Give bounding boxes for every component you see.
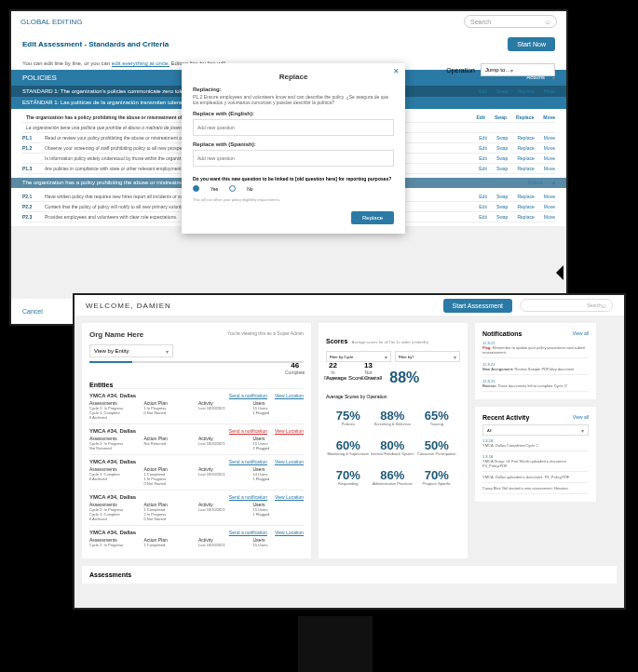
activity-item: 1.3.18YMCA, Dallas Completed Cycle 2 (482, 436, 589, 451)
view-location-link[interactable]: View Location (275, 428, 304, 434)
score-cell: 50% Consumer Participation (414, 433, 459, 463)
score-cell: 75% Policies (326, 403, 371, 433)
replace-modal: ✕ Replace Replacing: P1.2 Ensure employe… (182, 63, 405, 234)
jump-section: Operation Jump to…▾ (446, 63, 555, 76)
send-notification-link[interactable]: Send a notification (229, 393, 267, 398)
notification-item[interactable]: 12.3.21 Review: Three documents left to … (482, 379, 589, 392)
replace-spanish-input[interactable] (193, 150, 394, 167)
send-notification-link[interactable]: Send a notification (229, 530, 267, 535)
scores-panel: Scores Average scores for all Tier 1s un… (319, 323, 468, 558)
entity-card: YMCA #34, Dallas Send a notificationView… (89, 388, 304, 423)
search-input[interactable]: Search ⌕ (520, 299, 613, 312)
entity-card: YMCA #34, Dallas Send a notificationView… (89, 525, 304, 551)
jump-dropdown[interactable]: Jump to…▾ (481, 63, 555, 76)
score-cell: 65% Training (414, 403, 459, 433)
start-assessment-button[interactable]: Start Assessment (443, 299, 512, 313)
score-cell: 80% Internal Feedback System (371, 433, 415, 463)
view-location-link[interactable]: View Location (275, 494, 304, 500)
dashboard-window: WELCOME, DAMIEN Start Assessment Search … (73, 293, 626, 610)
edit-all-link[interactable]: edit everything at once. (112, 60, 170, 66)
header: WELCOME, DAMIEN Start Assessment Search … (75, 295, 624, 316)
replace-button[interactable]: Replace (351, 211, 394, 224)
overall-score: 88% (389, 370, 419, 386)
score-cell: 60% Monitoring & Supervision (326, 433, 371, 463)
move-link[interactable]: Move (544, 88, 555, 94)
activity-item: YMCA, Dallas uploaded a document: P4_Pol… (482, 472, 589, 483)
entity-card: YMCA #34, Dallas Send a notificationView… (89, 454, 304, 490)
activity-item: 1.3.18YMCA Group #4, Fort Worth uploaded… (482, 451, 589, 472)
chevron-icon: ▾ (552, 100, 555, 106)
score-cell: 86% Administrative Practices (371, 463, 415, 492)
chevron-down-icon: ▾ (581, 427, 584, 434)
header: GLOBAL EDITING Search ⌕ (11, 11, 566, 32)
notifications-panel: Notifications View all 12.3.21 Flag: Rem… (475, 323, 596, 399)
search-icon: ⌕ (602, 302, 606, 310)
score-cell: 88% Screening & Selection (371, 403, 415, 433)
replace-english-input[interactable] (193, 119, 394, 136)
chevron-down-icon: ▾ (510, 67, 513, 74)
view-by-dropdown[interactable]: View by Entity▾ (89, 344, 173, 357)
activity-filter-dropdown[interactable]: All▾ (482, 424, 589, 436)
send-notification-link[interactable]: Send a notification (229, 459, 267, 464)
edit-link[interactable]: Edit (479, 88, 487, 94)
assessments-section: Assessments (82, 566, 617, 584)
page-title: GLOBAL EDITING (20, 18, 82, 26)
notification-item[interactable]: 12.3.21 New Assignment: Review Sample PD… (482, 362, 589, 375)
filter-by-dropdown[interactable]: Filter by?▾ (395, 351, 460, 362)
activity-panel: Recent Activity View all All▾ 1.3.18YMCA… (475, 407, 596, 502)
stats: 46Complete 22In Progress 13Not Started (285, 361, 376, 381)
activity-item: Camp Blue Girl started a new assessment:… (482, 483, 589, 494)
entity-card: YMCA #34, Dallas Send a notificationView… (89, 423, 304, 454)
view-location-link[interactable]: View Location (275, 459, 304, 464)
welcome-text: WELCOME, DAMIEN (86, 302, 171, 310)
view-location-link[interactable]: View Location (275, 530, 304, 535)
search-icon: ⌕ (546, 18, 550, 26)
chevron-down-icon: ▾ (166, 348, 169, 355)
entity-card: YMCA #34, Dallas Send a notificationView… (89, 490, 304, 525)
start-now-button[interactable]: Start Now (508, 37, 555, 51)
close-icon[interactable]: ✕ (393, 67, 400, 75)
cancel-link[interactable]: Cancel (22, 308, 43, 315)
radio-no[interactable] (229, 185, 236, 192)
search-input[interactable]: Search ⌕ (464, 15, 557, 28)
send-notification-link[interactable]: Send a notification (229, 494, 267, 500)
corner-arrow-icon (554, 265, 563, 280)
notification-item[interactable]: 12.3.21 Flag: Remember to update your po… (482, 341, 589, 358)
subheader: Edit Assessment - Standards and Criteria… (11, 32, 566, 57)
view-location-link[interactable]: View Location (275, 393, 304, 398)
view-all-link[interactable]: View all (573, 330, 589, 337)
entities-panel: Org Name Here You're viewing this as a S… (82, 323, 311, 558)
replace-link[interactable]: Replace (517, 88, 534, 94)
section-title: Edit Assessment - Standards and Criteria (22, 40, 169, 48)
score-cell: 70% Program Specific (414, 463, 459, 492)
radio-group: Yes No (193, 185, 394, 192)
modal-title: Replace (193, 73, 394, 81)
radio-yes[interactable] (193, 185, 199, 192)
send-notification-link[interactable]: Send a notification (229, 428, 267, 434)
swap-link[interactable]: Swap (496, 88, 509, 94)
monitor-stand (298, 616, 373, 672)
org-name: Org Name Here (89, 330, 143, 339)
view-all-link[interactable]: View all (573, 414, 589, 421)
score-cell: 70% Responding (326, 463, 371, 492)
